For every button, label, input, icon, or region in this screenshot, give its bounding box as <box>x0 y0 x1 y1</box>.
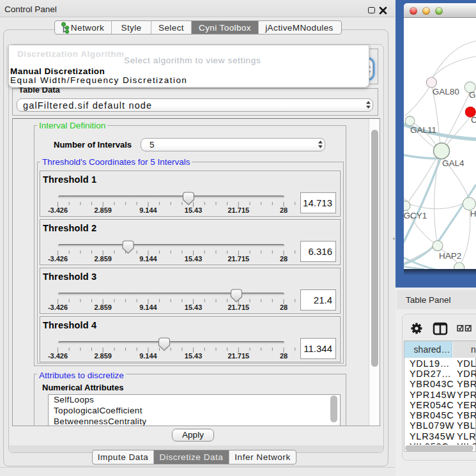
svg-text:15.43: 15.43 <box>185 255 203 263</box>
svg-text:15.43: 15.43 <box>185 303 203 311</box>
svg-text:9.144: 9.144 <box>139 206 157 214</box>
svg-text:GCY1: GCY1 <box>404 211 427 220</box>
svg-text:2.859: 2.859 <box>94 206 112 214</box>
svg-text:28: 28 <box>280 255 288 263</box>
svg-text:-3.426: -3.426 <box>48 303 68 311</box>
svg-text:GAL80: GAL80 <box>433 87 459 96</box>
svg-text:21.715: 21.715 <box>227 352 249 360</box>
svg-text:2.859: 2.859 <box>94 303 112 311</box>
svg-text:H: H <box>470 209 476 219</box>
svg-text:2.859: 2.859 <box>94 352 112 360</box>
svg-text:-3.426: -3.426 <box>48 255 68 263</box>
svg-text:15.43: 15.43 <box>185 352 203 360</box>
svg-text:28: 28 <box>280 303 288 311</box>
svg-text:HAP2: HAP2 <box>439 251 461 261</box>
svg-text:21.715: 21.715 <box>227 255 249 263</box>
svg-text:15.43: 15.43 <box>185 206 203 214</box>
svg-text:9.144: 9.144 <box>139 255 157 263</box>
svg-text:21.715: 21.715 <box>227 303 249 311</box>
svg-text:GAL11: GAL11 <box>410 125 436 135</box>
svg-text:C: C <box>471 115 476 125</box>
svg-text:2.859: 2.859 <box>94 255 112 263</box>
svg-text:9.144: 9.144 <box>139 303 157 311</box>
svg-text:28: 28 <box>280 352 288 360</box>
svg-text:-3.426: -3.426 <box>48 206 68 214</box>
svg-text:-3.426: -3.426 <box>48 352 68 360</box>
svg-text:9.144: 9.144 <box>139 352 157 360</box>
svg-text:28: 28 <box>280 206 288 214</box>
svg-text:21.715: 21.715 <box>227 206 249 214</box>
svg-text:GAL4: GAL4 <box>442 158 464 168</box>
svg-text:GA: GA <box>469 90 476 100</box>
